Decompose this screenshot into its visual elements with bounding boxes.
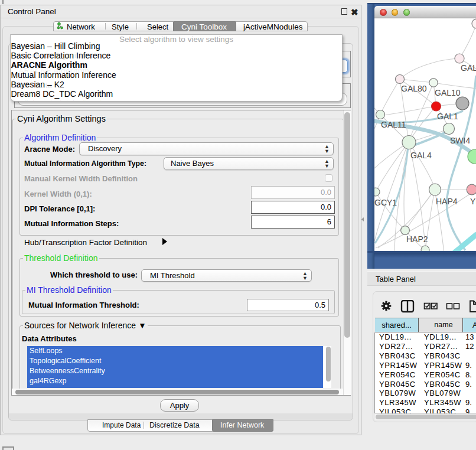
svg-text:HAP4: HAP4 (436, 197, 458, 206)
svg-text:GAL11: GAL11 (381, 120, 406, 129)
svg-text:GAL4: GAL4 (410, 151, 432, 160)
svg-text:GAL1: GAL1 (437, 112, 458, 121)
svg-text:SWI4: SWI4 (450, 136, 470, 145)
svg-text:GAL10: GAL10 (435, 88, 461, 97)
svg-text:GAL7: GAL7 (461, 63, 476, 73)
svg-text:GCY1: GCY1 (374, 198, 397, 207)
svg-text:GAL80: GAL80 (401, 84, 427, 93)
svg-text:YE: YE (470, 197, 476, 206)
svg-text:HAP2: HAP2 (406, 234, 428, 244)
